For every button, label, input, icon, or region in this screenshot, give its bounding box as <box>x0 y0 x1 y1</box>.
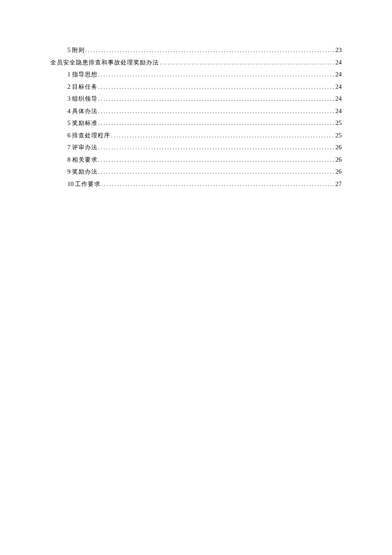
toc-entry-text: 相关要求 <box>72 157 98 163</box>
toc-entry-page: 23 <box>334 47 342 53</box>
toc-entry: 8相关要求26 <box>50 157 342 163</box>
toc-entry-text: 具体办法 <box>72 108 98 114</box>
toc-leader-dots <box>85 47 335 53</box>
toc-entry-page: 24 <box>334 59 342 66</box>
toc-entry-page: 25 <box>334 132 342 139</box>
toc-entry-page: 26 <box>334 169 342 175</box>
toc-entry-text: 排查处理程序 <box>72 133 110 139</box>
toc-entry-text: 工作要求 <box>75 181 101 187</box>
toc-entry-page: 24 <box>334 108 342 114</box>
toc-entry: 5附则23 <box>50 47 342 53</box>
toc-entry-number: 5 <box>67 47 71 53</box>
toc-entry-number: 1 <box>67 71 71 78</box>
toc-leader-dots <box>101 181 334 187</box>
toc-entry-page: 27 <box>334 181 342 187</box>
toc-entry-number: 9 <box>67 169 71 175</box>
toc-entry: 全员安全隐患排查和事故处理奖励办法24 <box>50 59 342 66</box>
toc-entry-text: 奖励办法 <box>72 169 98 175</box>
toc-entry-number: 6 <box>67 132 71 139</box>
toc-entry: 5奖励标准25 <box>50 120 342 126</box>
toc-leader-dots <box>98 72 335 77</box>
toc-entry-page: 25 <box>334 120 342 126</box>
toc-entry-number: 5 <box>67 120 71 126</box>
toc-entry-text: 附则 <box>72 47 85 53</box>
toc-entry-text: 评审办法 <box>72 145 98 151</box>
toc-entry: 1指导思想24 <box>50 71 342 78</box>
toc-leader-dots <box>98 108 335 114</box>
toc-leader-dots <box>98 145 335 150</box>
toc-entry-number: 10 <box>67 181 74 187</box>
toc-leader-dots <box>98 157 335 163</box>
toc-entry-text: 组织领导 <box>72 96 98 102</box>
toc-entry: 3组织领导24 <box>50 96 342 102</box>
toc-entry: 2目标任务24 <box>50 84 342 90</box>
toc-entry-number: 4 <box>67 108 71 114</box>
toc-entry-text: 指导思想 <box>72 72 98 78</box>
toc-entry-number: 8 <box>67 157 71 163</box>
toc-entry: 10工作要求27 <box>50 181 342 187</box>
toc-entry-page: 24 <box>334 71 342 78</box>
toc-entry: 4具体办法24 <box>50 108 342 114</box>
toc-entry: 9奖励办法26 <box>50 169 342 175</box>
toc-entry-number: 2 <box>67 84 71 90</box>
toc-entry-text: 全员安全隐患排查和事故处理奖励办法 <box>50 60 159 66</box>
toc-leader-dots <box>98 84 335 90</box>
toc-entry-page: 24 <box>334 96 342 102</box>
toc-entry: 7评审办法26 <box>50 144 342 151</box>
toc-leader-dots <box>98 120 335 126</box>
toc-entry-number: 7 <box>67 144 71 151</box>
toc-entry-page: 26 <box>334 157 342 163</box>
toc-leader-dots <box>98 96 335 102</box>
page-content: 5附则23全员安全隐患排查和事故处理奖励办法241指导思想242目标任务243组… <box>0 0 392 187</box>
table-of-contents: 5附则23全员安全隐患排查和事故处理奖励办法241指导思想242目标任务243组… <box>50 47 342 187</box>
toc-entry-page: 26 <box>334 144 342 151</box>
toc-entry: 6排查处理程序25 <box>50 132 342 139</box>
toc-leader-dots <box>98 169 335 174</box>
toc-leader-dots <box>110 133 335 138</box>
toc-entry-page: 24 <box>334 84 342 90</box>
toc-entry-text: 目标任务 <box>72 84 98 90</box>
toc-entry-number: 3 <box>67 96 71 102</box>
toc-leader-dots <box>159 60 334 65</box>
toc-entry-text: 奖励标准 <box>72 120 98 126</box>
